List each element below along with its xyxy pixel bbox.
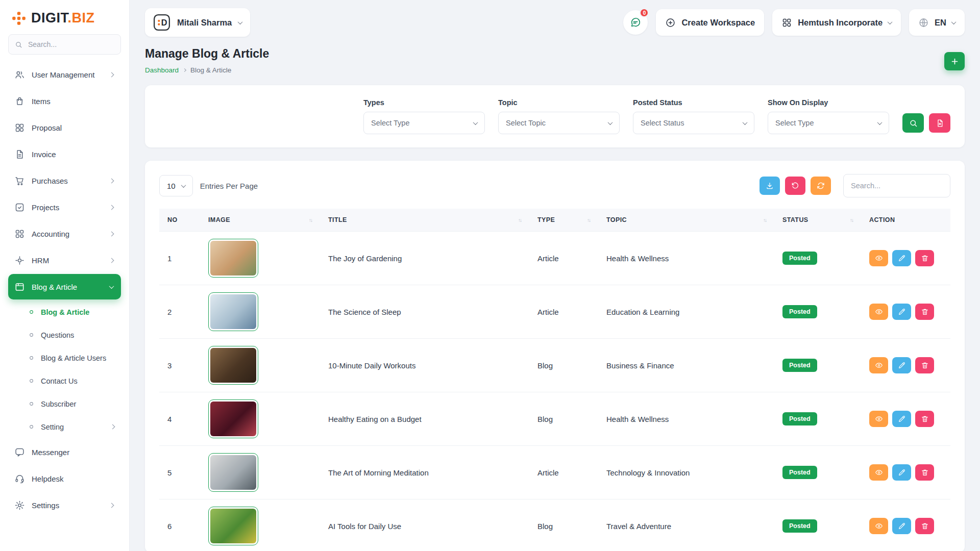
- filter-group-types: Types Select Type: [363, 98, 485, 134]
- entries-per-page-select[interactable]: 10: [159, 175, 193, 196]
- filter-panel: Types Select Type Topic Select Topic Pos…: [145, 85, 965, 147]
- delete-button[interactable]: [915, 304, 934, 320]
- svg-text:D: D: [161, 18, 167, 27]
- sidebar-item-items[interactable]: Items: [8, 88, 121, 114]
- users-icon: [14, 69, 25, 80]
- sort-icon[interactable]: ↑↓: [309, 217, 312, 223]
- chevron-icon: [109, 72, 114, 77]
- posted-status-select[interactable]: Select Status: [633, 112, 754, 134]
- column-header-no: NO: [159, 209, 200, 232]
- show-on-display-select[interactable]: Select Type: [768, 112, 889, 134]
- cart-icon: [14, 176, 25, 186]
- blog-table-panel: 10 Entries Per Page NO: [145, 161, 965, 551]
- sidebar-subitem-subscriber[interactable]: Subscriber: [6, 392, 123, 415]
- eye-icon: [875, 522, 883, 530]
- edit-button[interactable]: [892, 518, 911, 534]
- chevron-icon: [109, 503, 114, 508]
- edit-button[interactable]: [892, 304, 911, 320]
- filter-search-button[interactable]: [902, 113, 924, 133]
- row-number: 1: [159, 232, 200, 285]
- edit-button[interactable]: [892, 250, 911, 266]
- sidebar-item-helpdesk[interactable]: Helpdesk: [8, 466, 121, 491]
- edit-button[interactable]: [892, 464, 911, 481]
- globe-icon: [918, 17, 929, 28]
- sidebar-item-purchases[interactable]: Purchases: [8, 168, 121, 193]
- table-row: 6AI Tools for Daily UseBlogTravel & Adve…: [159, 499, 950, 551]
- eye-icon: [875, 468, 883, 477]
- row-type: Blog: [529, 392, 598, 446]
- app-logo-text: DIGIT.BIZ: [31, 10, 95, 26]
- types-select[interactable]: Select Type: [363, 112, 485, 134]
- chevron-down-icon: [888, 19, 893, 24]
- sidebar-subitem-blog-article-users[interactable]: Blog & Article Users: [6, 346, 123, 369]
- sidebar-item-proposal[interactable]: Proposal: [8, 115, 121, 140]
- sidebar-subitem-questions[interactable]: Questions: [6, 323, 123, 346]
- messenger-button[interactable]: 0: [623, 10, 648, 35]
- sidebar-nav: User ManagementItemsProposalInvoicePurch…: [6, 61, 123, 300]
- sidebar-search-input[interactable]: [27, 40, 114, 49]
- app-logo[interactable]: DIGIT.BIZ: [6, 6, 123, 34]
- breadcrumb: Dashboard Blog & Article: [145, 66, 269, 74]
- sidebar-item-messenger[interactable]: Messenger: [8, 439, 121, 465]
- view-button[interactable]: [869, 518, 888, 534]
- row-number: 5: [159, 446, 200, 499]
- view-button[interactable]: [869, 357, 888, 373]
- sidebar-item-user-management[interactable]: User Management: [8, 62, 121, 87]
- chevron-right-icon: [183, 68, 186, 72]
- delete-button[interactable]: [915, 357, 934, 373]
- blog-table: NO IMAGE↑↓ TITLE↑↓ TYPE↑↓ TOPIC↑↓ STATUS…: [159, 209, 950, 551]
- sidebar-item-hrm[interactable]: HRM: [8, 247, 121, 273]
- trash-icon: [921, 361, 929, 369]
- sidebar-item-projects[interactable]: Projects: [8, 194, 121, 220]
- user-menu[interactable]: D Mitali Sharma: [145, 8, 250, 37]
- reset-button[interactable]: [785, 177, 805, 195]
- status-badge: Posted: [782, 359, 817, 372]
- sidebar-item-blog-article[interactable]: Blog & Article: [8, 274, 121, 299]
- create-workspace-button[interactable]: Create Workspace: [656, 9, 764, 36]
- view-button[interactable]: [869, 304, 888, 320]
- file-icon: [14, 149, 25, 160]
- view-button[interactable]: [869, 250, 888, 266]
- filter-label-show-on-display: Show On Display: [768, 98, 889, 107]
- sidebar-subitem-blog-article[interactable]: Blog & Article: [6, 300, 123, 323]
- sidebar-item-accounting[interactable]: Accounting: [8, 221, 121, 246]
- delete-button[interactable]: [915, 518, 934, 534]
- language-selector[interactable]: EN: [909, 9, 965, 36]
- delete-button[interactable]: [915, 250, 934, 266]
- trash-icon: [921, 468, 929, 477]
- sort-icon[interactable]: ↑↓: [763, 217, 766, 223]
- chevron-icon: [109, 231, 114, 236]
- view-button[interactable]: [869, 464, 888, 481]
- search-icon: [909, 119, 918, 128]
- topic-select[interactable]: Select Topic: [498, 112, 620, 134]
- add-blog-button[interactable]: [944, 52, 965, 70]
- logo-icon: [11, 11, 27, 26]
- refresh-button[interactable]: [811, 177, 831, 195]
- sort-icon[interactable]: ↑↓: [587, 217, 590, 223]
- delete-button[interactable]: [915, 464, 934, 481]
- headset-icon: [14, 473, 25, 484]
- sidebar-subitem-contact-us[interactable]: Contact Us: [6, 369, 123, 392]
- export-button[interactable]: [760, 177, 780, 195]
- sort-icon[interactable]: ↑↓: [850, 217, 853, 223]
- company-selector[interactable]: Hemtush Incorporate: [772, 9, 901, 36]
- chevron-down-icon: [877, 120, 883, 125]
- filter-clear-button[interactable]: [929, 113, 950, 133]
- row-title: The Joy of Gardening: [320, 232, 529, 285]
- delete-button[interactable]: [915, 411, 934, 427]
- plus-circle-icon: [665, 17, 676, 28]
- sidebar: DIGIT.BIZ User ManagementItemsProposalIn…: [0, 0, 130, 551]
- sidebar-item-settings[interactable]: Settings: [8, 492, 121, 518]
- breadcrumb-dashboard-link[interactable]: Dashboard: [145, 66, 179, 74]
- bullet-icon: [28, 377, 35, 385]
- table-search-input[interactable]: [843, 174, 950, 197]
- company-grid-icon: [781, 17, 792, 28]
- edit-button[interactable]: [892, 357, 911, 373]
- edit-button[interactable]: [892, 411, 911, 427]
- sidebar-subitem-setting[interactable]: Setting: [6, 415, 123, 438]
- sort-icon[interactable]: ↑↓: [518, 217, 521, 223]
- view-button[interactable]: [869, 411, 888, 427]
- row-topic: Business & Finance: [598, 339, 774, 392]
- sidebar-item-invoice[interactable]: Invoice: [8, 141, 121, 167]
- table-row: 4Healthy Eating on a BudgetBlogHealth & …: [159, 392, 950, 446]
